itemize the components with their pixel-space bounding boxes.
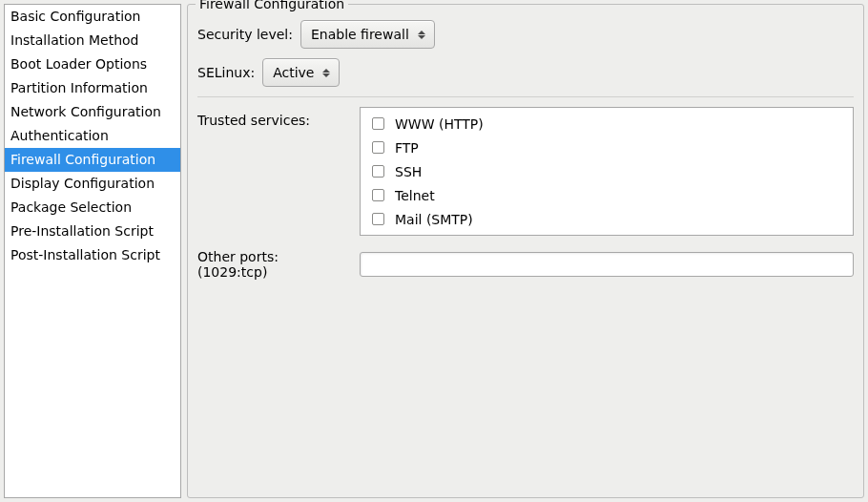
service-checkbox[interactable] [372, 189, 384, 201]
selinux-combo[interactable]: Active [262, 58, 340, 87]
selinux-row: SELinux: Active [197, 58, 854, 87]
service-checkbox[interactable] [372, 141, 384, 154]
panel-legend: Firewall Configuration [196, 0, 348, 11]
service-label: SSH [395, 164, 422, 179]
main-panel: Firewall Configuration Security level: E… [187, 4, 864, 498]
trusted-services-box: WWW (HTTP)FTPSSHTelnetMail (SMTP) [360, 107, 854, 236]
sidebar-item[interactable]: Display Configuration [5, 172, 180, 196]
sidebar-item[interactable]: Network Configuration [5, 100, 180, 124]
updown-icon [320, 59, 333, 86]
service-checkbox[interactable] [372, 117, 384, 130]
sidebar-item[interactable]: Basic Configuration [5, 5, 180, 29]
service-checkbox[interactable] [372, 165, 384, 178]
trusted-services-section: Trusted services: WWW (HTTP)FTPSSHTelnet… [197, 107, 854, 236]
service-row: FTP [366, 136, 847, 159]
sidebar-item[interactable]: Pre-Installation Script [5, 220, 180, 243]
service-label: Telnet [395, 188, 435, 203]
other-ports-row: Other ports: (1029:tcp) [197, 249, 854, 280]
updown-icon [415, 21, 428, 48]
service-checkbox[interactable] [372, 213, 384, 225]
sidebar-item[interactable]: Authentication [5, 124, 180, 148]
service-label: WWW (HTTP) [395, 116, 484, 132]
service-row: Telnet [366, 183, 847, 207]
security-level-combo[interactable]: Enable firewall [300, 20, 435, 49]
sidebar-list: Basic ConfigurationInstallation MethodBo… [4, 4, 181, 498]
sidebar-item[interactable]: Firewall Configuration [5, 148, 180, 172]
service-row: WWW (HTTP) [366, 112, 847, 136]
divider [197, 96, 854, 97]
service-row: Mail (SMTP) [366, 207, 847, 231]
security-level-value: Enable firewall [311, 27, 409, 42]
trusted-services-label: Trusted services: [197, 107, 350, 128]
other-ports-input[interactable] [360, 252, 854, 277]
app-root: Basic ConfigurationInstallation MethodBo… [0, 0, 868, 502]
sidebar-item[interactable]: Partition Information [5, 76, 180, 100]
sidebar-item[interactable]: Installation Method [5, 29, 180, 52]
service-label: FTP [395, 140, 419, 156]
service-label: Mail (SMTP) [395, 212, 473, 227]
sidebar-item[interactable]: Post-Installation Script [5, 243, 180, 267]
selinux-label: SELinux: [197, 65, 255, 80]
service-row: SSH [366, 159, 847, 183]
sidebar-item[interactable]: Boot Loader Options [5, 52, 180, 76]
sidebar-item[interactable]: Package Selection [5, 196, 180, 220]
other-ports-label: Other ports: (1029:tcp) [197, 249, 350, 280]
security-level-label: Security level: [197, 27, 293, 42]
selinux-value: Active [273, 65, 314, 80]
security-level-row: Security level: Enable firewall [197, 20, 854, 49]
